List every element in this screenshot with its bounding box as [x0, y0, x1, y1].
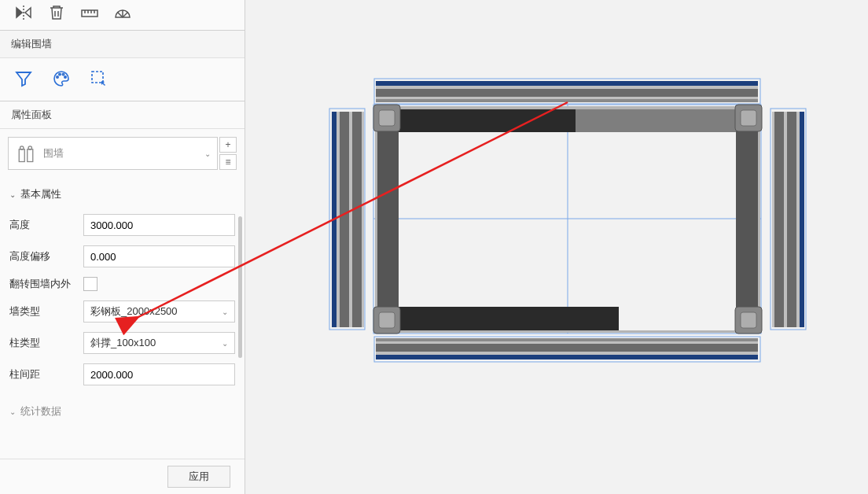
svg-rect-36 — [376, 355, 758, 359]
height-offset-input[interactable] — [83, 245, 235, 267]
svg-rect-29 — [376, 89, 758, 97]
trash-icon[interactable] — [47, 3, 66, 22]
svg-rect-3 — [82, 10, 97, 17]
filter-icon[interactable] — [14, 69, 33, 88]
svg-rect-33 — [376, 341, 758, 344]
list-type-button[interactable]: ≡ — [219, 154, 237, 170]
inner-bottom-bar — [399, 307, 738, 333]
drawing-canvas[interactable] — [245, 0, 868, 494]
edit-wall-icons — [0, 58, 245, 101]
protractor-icon[interactable] — [113, 3, 132, 22]
column-type-select[interactable]: 斜撑_100x100 ⌄ — [83, 332, 235, 354]
column-type-label: 柱类型 — [9, 336, 77, 350]
svg-point-11 — [57, 76, 58, 78]
svg-rect-51 — [399, 106, 738, 109]
basic-properties-label: 基本属性 — [20, 187, 61, 201]
chevron-down-icon: ⌄ — [9, 190, 16, 199]
column-spacing-input[interactable] — [83, 363, 235, 385]
svg-rect-55 — [758, 130, 760, 309]
svg-point-14 — [64, 76, 66, 78]
wall-type-value: 彩钢板_2000x2500 — [90, 304, 178, 319]
svg-rect-57 — [399, 330, 738, 333]
column-spacing-label: 柱间距 — [9, 367, 77, 382]
wall-type-label: 墙类型 — [9, 304, 77, 319]
column-type-value: 斜撑_100x100 — [90, 336, 156, 350]
stats-label: 统计数据 — [20, 404, 61, 418]
edit-wall-header: 编辑围墙 — [0, 31, 245, 58]
flip-wall-label: 翻转围墙内外 — [9, 277, 77, 291]
inner-top-bar — [399, 106, 738, 132]
select-edit-icon[interactable] — [90, 69, 108, 88]
svg-rect-32 — [376, 338, 758, 341]
svg-rect-28 — [376, 86, 758, 89]
svg-line-10 — [123, 13, 127, 17]
svg-rect-56 — [399, 307, 619, 330]
svg-rect-54 — [736, 130, 758, 309]
basic-properties-header[interactable]: ⌄ 基本属性 — [9, 182, 235, 206]
svg-rect-64 — [379, 312, 395, 328]
svg-rect-31 — [376, 99, 758, 102]
flip-wall-checkbox[interactable] — [83, 277, 97, 291]
top-panel — [376, 81, 758, 102]
svg-point-18 — [20, 146, 24, 149]
chevron-down-icon: ⌄ — [222, 308, 228, 316]
chevron-down-icon: ⌄ — [222, 339, 228, 348]
svg-point-12 — [59, 73, 61, 75]
wall-drawing — [245, 0, 868, 494]
wall-icon — [15, 142, 37, 164]
svg-rect-47 — [796, 112, 800, 327]
svg-rect-41 — [352, 112, 362, 327]
svg-point-19 — [28, 146, 31, 149]
svg-rect-62 — [379, 110, 395, 126]
bottom-panel — [376, 338, 758, 359]
chevron-down-icon: ⌄ — [204, 149, 211, 158]
svg-rect-44 — [774, 112, 784, 327]
svg-rect-16 — [19, 149, 24, 162]
height-label: 高度 — [9, 218, 77, 232]
inner-left-bar — [375, 130, 399, 309]
apply-button[interactable]: 应用 — [167, 466, 230, 488]
chevron-down-icon: ⌄ — [9, 407, 16, 416]
wall-type-select[interactable]: 彩钢板_2000x2500 ⌄ — [83, 300, 235, 323]
ruler-icon[interactable] — [80, 3, 99, 22]
svg-rect-39 — [340, 112, 349, 327]
svg-rect-48 — [800, 112, 804, 327]
inner-right-bar — [736, 130, 760, 309]
svg-rect-53 — [375, 130, 377, 309]
svg-rect-15 — [92, 72, 103, 83]
height-offset-label: 高度偏移 — [9, 249, 77, 264]
wall-type-dropdown[interactable]: 围墙 ⌄ — [8, 137, 218, 170]
svg-rect-17 — [28, 149, 33, 162]
stats-header[interactable]: ⌄ 统计数据 — [0, 393, 245, 422]
svg-rect-46 — [787, 112, 796, 327]
svg-rect-65 — [741, 312, 756, 328]
svg-rect-63 — [741, 110, 756, 126]
top-toolbar — [0, 0, 245, 31]
svg-rect-43 — [772, 112, 774, 327]
palette-icon[interactable] — [52, 69, 71, 88]
add-type-button[interactable]: + — [219, 137, 237, 153]
svg-rect-40 — [349, 112, 352, 327]
property-panel-header: 属性面板 — [0, 101, 245, 129]
svg-rect-52 — [377, 130, 399, 309]
svg-rect-38 — [337, 112, 340, 327]
svg-rect-34 — [376, 344, 758, 352]
svg-point-13 — [62, 73, 64, 75]
mirror-icon[interactable] — [14, 3, 33, 22]
scrollbar[interactable] — [238, 216, 242, 358]
svg-rect-45 — [784, 112, 787, 327]
right-panel — [772, 112, 804, 327]
svg-rect-27 — [376, 81, 758, 86]
wall-type-label: 围墙 — [43, 146, 198, 160]
svg-rect-37 — [332, 112, 337, 327]
svg-rect-42 — [362, 112, 364, 327]
svg-rect-50 — [399, 109, 576, 132]
left-panel — [332, 112, 364, 327]
svg-rect-35 — [376, 352, 758, 355]
svg-line-9 — [118, 13, 123, 17]
svg-rect-30 — [376, 97, 758, 99]
height-input[interactable] — [83, 214, 235, 236]
